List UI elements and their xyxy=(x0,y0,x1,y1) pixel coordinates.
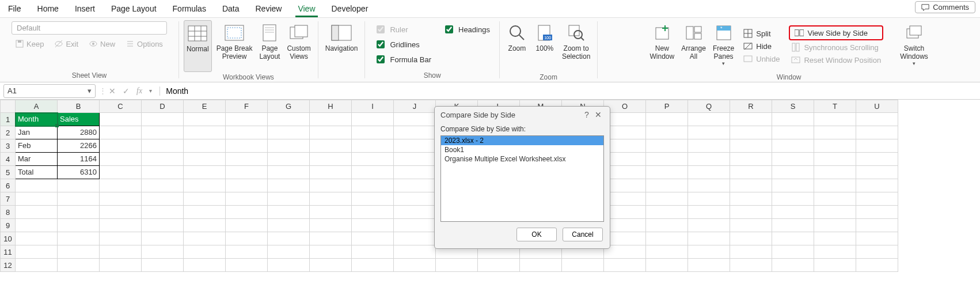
cell[interactable] xyxy=(184,192,226,206)
cell[interactable] xyxy=(268,192,310,206)
cell[interactable] xyxy=(16,192,58,206)
cell[interactable] xyxy=(226,153,268,166)
cell[interactable] xyxy=(730,166,772,179)
cell[interactable] xyxy=(100,153,142,166)
navigation-button[interactable]: Navigation xyxy=(323,20,360,72)
cell[interactable] xyxy=(730,113,772,126)
enter-formula-icon[interactable]: ✓ xyxy=(120,86,132,96)
page-layout-button[interactable]: Page Layout xyxy=(257,20,282,72)
cell[interactable] xyxy=(100,245,142,259)
cell[interactable] xyxy=(268,126,310,139)
cell[interactable] xyxy=(100,232,142,245)
cell[interactable] xyxy=(226,206,268,219)
cell[interactable] xyxy=(772,126,814,139)
cell[interactable] xyxy=(814,113,856,126)
cell[interactable] xyxy=(100,126,142,139)
cell[interactable] xyxy=(226,113,268,126)
cell[interactable] xyxy=(772,232,814,245)
cell[interactable] xyxy=(16,259,58,272)
cell[interactable] xyxy=(352,206,394,219)
cell[interactable]: 2880 xyxy=(58,126,100,139)
cell[interactable] xyxy=(268,166,310,179)
cell[interactable] xyxy=(100,139,142,153)
cell[interactable] xyxy=(352,126,394,139)
cell[interactable] xyxy=(310,219,352,232)
tab-file[interactable]: File xyxy=(0,0,29,17)
cell[interactable] xyxy=(688,126,730,139)
cell[interactable] xyxy=(730,126,772,139)
cell[interactable] xyxy=(310,166,352,179)
col-header[interactable]: Q xyxy=(688,100,730,113)
cell[interactable] xyxy=(142,192,184,206)
cell[interactable] xyxy=(856,259,898,272)
row-header[interactable]: 3 xyxy=(1,139,16,153)
cell[interactable] xyxy=(310,259,352,272)
cell[interactable] xyxy=(856,232,898,245)
cell[interactable] xyxy=(646,245,688,259)
zoom-100-button[interactable]: 100 100% xyxy=(532,20,557,72)
cell[interactable] xyxy=(856,113,898,126)
cell[interactable] xyxy=(16,179,58,192)
cell[interactable] xyxy=(100,179,142,192)
cell[interactable] xyxy=(352,139,394,153)
cell[interactable] xyxy=(310,206,352,219)
tab-formulas[interactable]: Formulas xyxy=(165,0,214,17)
zoom-button[interactable]: Zoom xyxy=(504,20,530,72)
cell[interactable] xyxy=(772,206,814,219)
cell[interactable] xyxy=(58,259,100,272)
cell[interactable] xyxy=(226,166,268,179)
cell[interactable] xyxy=(688,206,730,219)
cancel-button[interactable]: Cancel xyxy=(563,228,603,241)
cell[interactable] xyxy=(772,219,814,232)
cell[interactable] xyxy=(226,179,268,192)
cell[interactable] xyxy=(58,245,100,259)
cell[interactable] xyxy=(394,245,436,259)
cell[interactable] xyxy=(310,232,352,245)
cell[interactable] xyxy=(226,245,268,259)
switch-windows-button[interactable]: Switch Windows ▾ xyxy=(898,20,930,72)
cell[interactable] xyxy=(772,113,814,126)
cell[interactable] xyxy=(856,245,898,259)
cell[interactable] xyxy=(646,166,688,179)
cell[interactable] xyxy=(856,139,898,153)
list-item[interactable]: 2023.xlsx - 2 xyxy=(441,136,603,145)
cell[interactable] xyxy=(268,153,310,166)
tab-view[interactable]: View xyxy=(290,0,323,17)
cell[interactable] xyxy=(814,245,856,259)
cell[interactable] xyxy=(310,113,352,126)
cell[interactable] xyxy=(814,179,856,192)
col-header[interactable]: B xyxy=(58,100,100,113)
row-header[interactable]: 12 xyxy=(1,259,16,272)
cell[interactable] xyxy=(268,259,310,272)
keep-button[interactable]: Keep xyxy=(12,37,47,51)
cell[interactable] xyxy=(310,245,352,259)
cell[interactable] xyxy=(184,232,226,245)
cell[interactable] xyxy=(394,219,436,232)
cell[interactable]: Feb xyxy=(16,139,58,153)
cell[interactable] xyxy=(814,232,856,245)
cancel-formula-icon[interactable]: ✕ xyxy=(107,86,118,96)
cell[interactable] xyxy=(16,232,58,245)
cell[interactable] xyxy=(856,166,898,179)
col-header[interactable]: C xyxy=(100,100,142,113)
sheet-view-selector[interactable]: Default xyxy=(12,21,167,35)
col-header[interactable]: P xyxy=(646,100,688,113)
tab-home[interactable]: Home xyxy=(29,0,67,17)
headings-checkbox[interactable]: Headings xyxy=(443,24,490,35)
cell[interactable] xyxy=(352,153,394,166)
row-header[interactable]: 9 xyxy=(1,219,16,232)
cell[interactable] xyxy=(772,179,814,192)
cell[interactable] xyxy=(814,126,856,139)
cell[interactable] xyxy=(856,219,898,232)
tab-insert[interactable]: Insert xyxy=(67,0,103,17)
row-header[interactable]: 7 xyxy=(1,192,16,206)
exit-button[interactable]: Exit xyxy=(51,37,82,51)
custom-views-button[interactable]: Custom Views xyxy=(284,20,313,72)
cell[interactable] xyxy=(100,259,142,272)
col-header[interactable]: H xyxy=(310,100,352,113)
col-header[interactable]: I xyxy=(352,100,394,113)
cell[interactable] xyxy=(268,232,310,245)
cell[interactable] xyxy=(310,126,352,139)
list-item[interactable]: Organise Multiple Excel Worksheet.xlsx xyxy=(441,154,603,164)
cell[interactable] xyxy=(688,153,730,166)
